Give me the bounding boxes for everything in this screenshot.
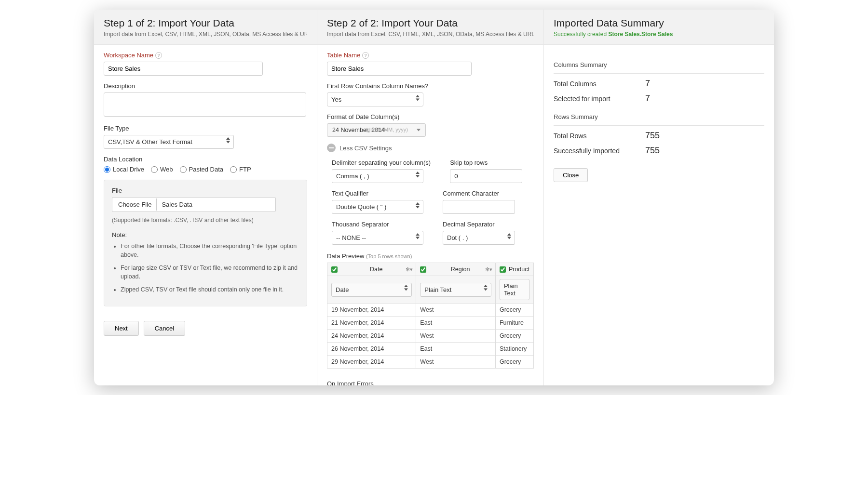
close-button[interactable]: Close	[554, 168, 588, 182]
note-header: Note:	[112, 231, 299, 238]
chevron-down-icon	[417, 129, 420, 132]
minus-icon	[327, 144, 336, 152]
table-row: 26 November, 2014EastStationery	[327, 343, 534, 356]
column-type-select[interactable]: Plain Text	[420, 283, 491, 297]
supported-formats-hint: (Supported file formats: .CSV, .TSV and …	[112, 217, 299, 224]
description-textarea[interactable]	[104, 92, 306, 117]
decimal-select[interactable]: Dot ( . )	[443, 231, 515, 245]
gear-icon[interactable]: ✻▾	[406, 266, 413, 273]
csv-settings: Delimiter separating your column(s) Comm…	[327, 159, 534, 245]
table-name-input[interactable]	[327, 62, 472, 76]
kv-total-rows: Total Rows 755	[554, 131, 764, 141]
panel3-body: Columns Summary Total Columns 7 Selected…	[544, 45, 774, 189]
workspace-name-label: Workspace Name ?	[104, 52, 307, 59]
thousand-select[interactable]: -- NONE --	[332, 231, 423, 245]
preview-table: Date ✻▾ Region ✻▾	[327, 263, 534, 369]
column-header: Region	[429, 266, 491, 273]
datalocation-label: Data Location	[104, 156, 307, 163]
panel1-body: Workspace Name ? Description File Type C…	[94, 45, 317, 343]
panel-step2: Step 2 of 2: Import Your Data Import dat…	[317, 10, 544, 385]
column-type-select[interactable]: Date	[331, 283, 412, 297]
comment-label: Comment Character	[443, 190, 515, 197]
table-name-label: Table Name ?	[327, 52, 534, 59]
help-icon[interactable]: ?	[362, 52, 369, 59]
radio-pasted-data[interactable]: Pasted Data	[180, 166, 224, 173]
help-icon[interactable]: ?	[155, 52, 162, 59]
panel2-body: Table Name ? First Row Contains Column N…	[317, 45, 543, 385]
file-box: File Choose File Sales Data (Supported f…	[104, 180, 307, 306]
column-checkbox[interactable]	[500, 266, 506, 273]
panel-step1: Step 1 of 2: Import Your Data Import dat…	[94, 10, 317, 385]
dateformat-select[interactable]: 24 November, 2014 (dd MMMM, yyyy)	[327, 123, 426, 137]
skiptop-label: Skip top rows	[450, 159, 522, 166]
panel3-header: Imported Data Summary Successfully creat…	[544, 10, 774, 45]
column-checkbox[interactable]	[331, 266, 338, 273]
firstrow-label: First Row Contains Column Names?	[327, 82, 534, 90]
firstrow-select[interactable]: Yes	[327, 92, 423, 106]
panel2-title: Step 2 of 2: Import Your Data	[327, 17, 534, 29]
column-type-select[interactable]: Plain Text	[500, 279, 529, 300]
comment-input[interactable]	[443, 200, 515, 214]
note-item: For large size CSV or TSV or Text file, …	[121, 264, 299, 281]
delimiter-select[interactable]: Comma ( , )	[332, 169, 423, 183]
preview-header: Data Preview (Top 5 rows shown)	[327, 252, 534, 260]
skiptop-input[interactable]	[450, 169, 522, 183]
panel-summary: Imported Data Summary Successfully creat…	[544, 10, 774, 385]
divider	[554, 125, 764, 126]
filetype-select[interactable]: CSV,TSV & Other Text Format	[104, 135, 234, 149]
workspace-name-input[interactable]	[104, 62, 263, 76]
kv-total-columns: Total Columns 7	[554, 79, 764, 89]
filetype-label: File Type	[104, 125, 307, 132]
app-frame: Step 1 of 2: Import Your Data Import dat…	[94, 10, 774, 385]
rows-summary-label: Rows Summary	[554, 113, 764, 120]
gear-icon[interactable]: ✻▾	[485, 266, 492, 273]
file-label: File	[112, 187, 299, 194]
panel2-header: Step 2 of 2: Import Your Data Import dat…	[317, 10, 543, 45]
radio-ftp[interactable]: FTP	[230, 166, 251, 173]
success-message: Successfully created Store Sales.Store S…	[554, 31, 764, 38]
cancel-button[interactable]: Cancel	[144, 321, 185, 336]
panel1-subtitle: Import data from Excel, CSV, HTML, XML, …	[104, 31, 307, 38]
column-header: Date	[340, 266, 412, 273]
radio-web[interactable]: Web	[151, 166, 173, 173]
textq-select[interactable]: Double Quote ( " )	[332, 200, 423, 214]
choose-file-button[interactable]: Choose File	[113, 198, 157, 211]
radio-local-drive[interactable]: Local Drive	[104, 166, 144, 173]
table-row: 29 November, 2014WestGrocery	[327, 356, 534, 369]
panel3-title: Imported Data Summary	[554, 17, 764, 29]
panel1-header: Step 1 of 2: Import Your Data Import dat…	[94, 10, 317, 45]
panel2-subtitle: Import data from Excel, CSV, HTML, XML, …	[327, 31, 534, 38]
dateformat-label: Format of Date Column(s)	[327, 113, 534, 120]
note-item: For other file formats, Choose the corre…	[121, 242, 299, 259]
divider	[554, 73, 764, 74]
delimiter-label: Delimiter separating your column(s)	[332, 159, 431, 166]
description-label: Description	[104, 82, 307, 90]
table-row: 19 November, 2014WestGrocery	[327, 304, 534, 317]
onerrors-label: On Import Errors	[327, 380, 534, 385]
panels-row: Step 1 of 2: Import Your Data Import dat…	[94, 10, 774, 385]
kv-selected-columns: Selected for import 7	[554, 93, 764, 104]
panel1-footer: Next Cancel	[104, 321, 307, 336]
datalocation-radios: Local Drive Web Pasted Data FTP	[104, 166, 307, 173]
column-header: Product	[509, 266, 529, 273]
notes-list: For other file formats, Choose the corre…	[112, 242, 299, 294]
table-row: 24 November, 2014WestGrocery	[327, 330, 534, 343]
textq-label: Text Qualifier	[332, 190, 423, 197]
panel1-title: Step 1 of 2: Import Your Data	[104, 17, 307, 29]
table-row: 21 November, 2014EastFurniture	[327, 317, 534, 330]
column-checkbox[interactable]	[420, 266, 426, 273]
columns-summary-label: Columns Summary	[554, 61, 764, 68]
next-button[interactable]: Next	[104, 321, 139, 336]
kv-success-rows: Successfully Imported 755	[554, 145, 764, 156]
note-item: Zipped CSV, TSV or Text file should cont…	[121, 286, 299, 294]
decimal-label: Decimal Separator	[443, 221, 515, 228]
csv-settings-toggle[interactable]: Less CSV Settings	[327, 144, 534, 152]
file-chooser[interactable]: Choose File Sales Data	[112, 197, 276, 212]
chosen-file-name: Sales Data	[157, 198, 197, 211]
thousand-label: Thousand Separator	[332, 221, 423, 228]
